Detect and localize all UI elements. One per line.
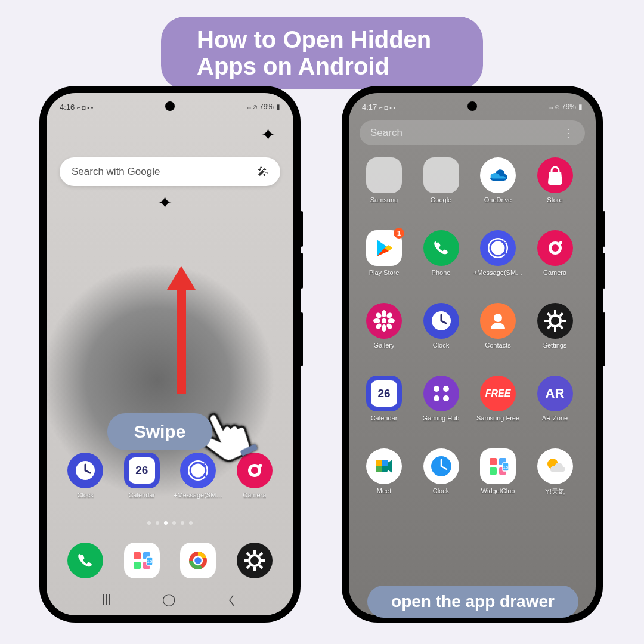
svg-point-55 bbox=[443, 395, 449, 401]
svg-rect-18 bbox=[253, 567, 256, 571]
app-Gallery[interactable]: Gallery bbox=[358, 303, 410, 376]
svg-point-53 bbox=[443, 386, 449, 392]
sparkle-icon: ✦ bbox=[157, 192, 172, 213]
app-Samsung Free[interactable]: FREESamsung Free bbox=[472, 376, 524, 448]
svg-rect-20 bbox=[261, 559, 265, 562]
app-AR Zone[interactable]: ARAR Zone bbox=[530, 376, 581, 448]
svg-point-16 bbox=[249, 555, 260, 566]
svg-rect-58 bbox=[490, 458, 497, 465]
svg-point-33 bbox=[382, 310, 386, 317]
google-search[interactable]: Search with Google 🎤︎ bbox=[60, 157, 280, 186]
app-Phone[interactable]: Phone bbox=[416, 230, 467, 303]
svg-point-42 bbox=[494, 314, 502, 322]
app-OneDrive[interactable]: OneDrive bbox=[472, 157, 524, 230]
svg-rect-17 bbox=[253, 550, 256, 554]
svg-text:15: 15 bbox=[503, 465, 509, 470]
phone-home: 4:16 ⌐ ◘ ▪ • ⏛ ⊘ 79%▮ ✦ ✦ Search with Go… bbox=[39, 86, 301, 623]
svg-point-54 bbox=[434, 395, 439, 401]
app-Meet[interactable]: Meet bbox=[358, 448, 410, 521]
phone-drawer: 4:17 ⌐ ◘ ▪ • ⏛ ⊘ 79%▮ Search ⋮ SamsungGo… bbox=[342, 86, 603, 623]
svg-rect-47 bbox=[562, 320, 566, 322]
svg-point-34 bbox=[382, 324, 386, 332]
mic-icon[interactable]: 🎤︎ bbox=[258, 166, 268, 178]
app-Contacts[interactable]: Contacts bbox=[472, 303, 524, 376]
svg-text:15: 15 bbox=[147, 559, 152, 564]
swipe-callout: Swipe bbox=[107, 413, 212, 450]
app-chrome[interactable] bbox=[172, 543, 224, 578]
svg-point-35 bbox=[373, 318, 380, 323]
svg-point-43 bbox=[550, 315, 561, 326]
svg-rect-45 bbox=[554, 327, 556, 332]
app-widget[interactable]: 15 bbox=[116, 543, 168, 578]
camera-notch bbox=[165, 101, 175, 111]
svg-rect-46 bbox=[544, 320, 549, 322]
app-Calendar[interactable]: 26Calendar bbox=[116, 453, 168, 499]
svg-rect-7 bbox=[134, 552, 141, 559]
nav-bar[interactable]: |||◯く bbox=[47, 592, 293, 608]
svg-rect-31 bbox=[559, 242, 562, 244]
page-title: How to Open Hidden Apps on Android bbox=[161, 17, 483, 89]
sparkle-icon: ✦ bbox=[261, 124, 275, 145]
drawer-callout: open the app drawer bbox=[367, 586, 578, 618]
app-Gaming Hub[interactable]: Gaming Hub bbox=[416, 376, 467, 448]
more-icon[interactable]: ⋮ bbox=[562, 126, 574, 140]
app-Y!天気[interactable]: Y!天気 bbox=[530, 448, 581, 521]
app-+Message(SM…[interactable]: ++Message(SM… bbox=[472, 230, 524, 303]
svg-point-52 bbox=[434, 386, 439, 392]
svg-point-30 bbox=[552, 244, 559, 252]
svg-point-37 bbox=[375, 312, 383, 320]
swipe-arrow bbox=[177, 289, 186, 394]
app-Store[interactable]: Store bbox=[530, 157, 581, 230]
svg-rect-60 bbox=[490, 467, 497, 475]
app-gear[interactable] bbox=[229, 543, 280, 578]
svg-point-15 bbox=[194, 556, 202, 565]
app-drawer-screen[interactable]: 4:17 ⌐ ◘ ▪ • ⏛ ⊘ 79%▮ Search ⋮ SamsungGo… bbox=[349, 93, 596, 615]
app-Settings[interactable]: Settings bbox=[530, 303, 581, 376]
app-Clock[interactable]: Clock bbox=[416, 448, 467, 521]
app-Google[interactable]: Google bbox=[416, 157, 467, 230]
app-Camera[interactable]: Camera bbox=[530, 230, 581, 303]
app-Play Store[interactable]: 1Play Store bbox=[358, 230, 410, 303]
app-WidgetClub[interactable]: 15WidgetClub bbox=[472, 448, 524, 521]
drawer-search[interactable]: Search ⋮ bbox=[360, 120, 585, 145]
app-Samsung[interactable]: Samsung bbox=[358, 157, 410, 230]
svg-rect-44 bbox=[554, 310, 556, 314]
svg-point-39 bbox=[386, 312, 394, 320]
svg-point-32 bbox=[382, 318, 386, 323]
svg-point-40 bbox=[375, 323, 383, 330]
camera-notch bbox=[467, 101, 477, 111]
svg-text:+: + bbox=[501, 238, 506, 247]
favorites-dock: 15 bbox=[47, 543, 293, 578]
app-Clock[interactable]: Clock bbox=[416, 303, 467, 376]
app-phone[interactable] bbox=[60, 543, 111, 578]
page-indicator bbox=[47, 521, 293, 525]
svg-rect-9 bbox=[134, 562, 141, 569]
app-grid: SamsungGoogleOneDriveStore1Play StorePho… bbox=[349, 157, 596, 580]
home-screen[interactable]: 4:16 ⌐ ◘ ▪ • ⏛ ⊘ 79%▮ ✦ ✦ Search with Go… bbox=[47, 93, 293, 615]
app-Clock[interactable]: Clock bbox=[60, 453, 111, 499]
svg-point-38 bbox=[386, 323, 394, 330]
app-Calendar[interactable]: 26Calendar bbox=[358, 376, 410, 448]
svg-rect-19 bbox=[244, 559, 248, 562]
svg-point-36 bbox=[388, 318, 395, 323]
